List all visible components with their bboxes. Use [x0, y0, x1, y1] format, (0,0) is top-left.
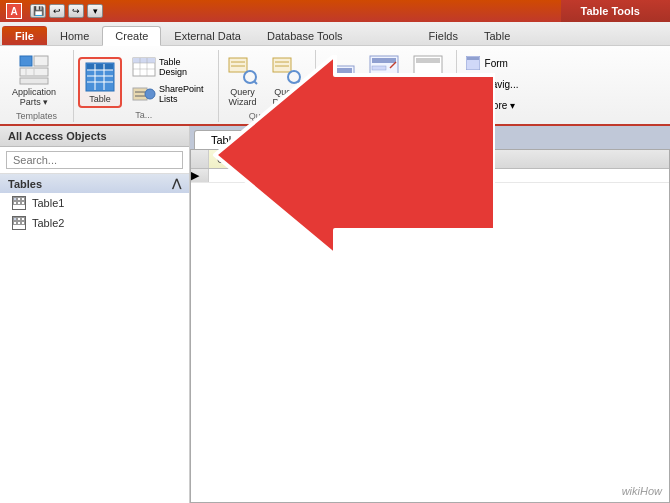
wikihow-watermark: wikiHow: [622, 485, 662, 497]
tab-fields[interactable]: Fields: [416, 26, 471, 45]
navigation-icon: [465, 76, 481, 92]
svg-rect-40: [372, 74, 386, 78]
query-wizard-button[interactable]: QueryWizard: [223, 52, 263, 109]
ribbon-group-templates: ApplicationParts ▾ Templates: [4, 50, 74, 122]
ribbon-group-tables: Table: [74, 50, 219, 122]
more-forms-button[interactable]: More ▾: [461, 96, 523, 114]
nav-panel-header: All Access Objects: [0, 126, 189, 147]
more-forms-icon: [465, 97, 481, 113]
nav-search-area: [0, 147, 189, 174]
form-right-button[interactable]: Form: [461, 54, 523, 72]
search-input[interactable]: [6, 151, 183, 169]
table1-icon: [12, 196, 26, 210]
customize-qat-button[interactable]: ▾: [87, 4, 103, 18]
query-wizard-label: QueryWizard: [229, 87, 257, 107]
blank-form-button[interactable]: BlankForm: [408, 52, 448, 109]
tab-create[interactable]: Create: [102, 26, 161, 46]
svg-rect-45: [467, 57, 479, 60]
svg-rect-1: [34, 56, 48, 66]
table-icon: [84, 61, 116, 93]
content-tabs: Table2: [190, 126, 670, 149]
svg-rect-49: [466, 104, 480, 106]
application-parts-button[interactable]: ApplicationParts ▾: [8, 52, 60, 109]
application-parts-icon: [18, 54, 50, 86]
table-design-button[interactable]: TableDesign SharePointLists: [126, 53, 210, 108]
svg-rect-7: [87, 64, 113, 70]
query-design-icon: [271, 54, 303, 86]
table2-icon: [12, 216, 26, 230]
form-button-label: Form: [329, 97, 350, 107]
svg-rect-39: [372, 66, 386, 70]
main-area: All Access Objects Tables ⋀ Table1: [0, 126, 670, 503]
ribbon-group-forms-right: Form Navig...: [457, 50, 531, 122]
svg-rect-43: [416, 58, 440, 63]
svg-rect-38: [372, 58, 396, 63]
nav-item-table1[interactable]: Table1: [0, 193, 189, 213]
ribbon-tabs-bar: File Home Create External Data Database …: [0, 22, 670, 46]
templates-group-label: Templates: [8, 111, 65, 121]
svg-rect-34: [328, 68, 352, 74]
svg-rect-48: [466, 100, 480, 102]
application-parts-label: ApplicationParts ▾: [12, 87, 56, 107]
row-selector-header: [191, 150, 209, 168]
query-design-label: QueryDesign: [273, 87, 301, 107]
query-design-button[interactable]: QueryDesign: [267, 52, 307, 109]
ribbon-content: ApplicationParts ▾ Templates: [0, 46, 670, 126]
svg-point-20: [145, 89, 155, 99]
blank-form-label: BlankForm: [416, 87, 439, 107]
nav-panel: All Access Objects Tables ⋀ Table1: [0, 126, 190, 503]
form-design-icon: [368, 54, 400, 86]
nav-section-tables[interactable]: Tables ⋀: [0, 174, 189, 193]
form-design-label: FormDesign: [370, 87, 398, 107]
table-row-empty: ▶: [191, 169, 669, 183]
tab-table[interactable]: Table: [471, 26, 523, 45]
tab-external-data[interactable]: External Data: [161, 26, 254, 45]
svg-rect-3: [20, 78, 48, 84]
form-icon: [324, 64, 356, 96]
nav-item-table2[interactable]: Table2: [0, 213, 189, 233]
svg-line-32: [298, 81, 301, 84]
content-tab-table2[interactable]: Table2: [194, 130, 260, 149]
tab-home[interactable]: Home: [47, 26, 102, 45]
tables-group-label: Ta...: [78, 110, 210, 120]
title-bar: A 💾 ↩ ↪ ▾ Table Tools: [0, 0, 670, 22]
content-area: Table2 Click to Add ▾ ▶: [190, 126, 670, 503]
navigation-button[interactable]: Navig...: [461, 75, 523, 93]
svg-rect-28: [273, 58, 291, 72]
row-selector[interactable]: ▶: [191, 169, 209, 182]
tab-file[interactable]: File: [2, 26, 47, 45]
table-header-row: Click to Add ▾: [191, 150, 669, 169]
table-button[interactable]: Table: [78, 57, 122, 108]
query-wizard-icon: [227, 54, 259, 86]
svg-rect-23: [229, 58, 247, 72]
svg-rect-47: [472, 77, 480, 91]
svg-rect-36: [328, 84, 352, 88]
svg-line-27: [254, 81, 257, 84]
svg-rect-35: [328, 77, 352, 81]
click-to-add-header[interactable]: Click to Add ▾: [209, 150, 293, 168]
blank-form-icon: [412, 54, 444, 86]
form-design-button[interactable]: FormDesign: [364, 52, 404, 109]
ribbon-group-forms: Form FormDesign: [316, 50, 457, 122]
form-button[interactable]: Form: [320, 62, 360, 109]
svg-rect-0: [20, 56, 32, 66]
content-body: Click to Add ▾ ▶: [190, 149, 670, 503]
table-tools-header: Table Tools: [561, 0, 671, 22]
svg-rect-50: [466, 108, 480, 110]
svg-rect-46: [466, 77, 471, 91]
svg-rect-14: [133, 58, 155, 63]
quick-access-toolbar: 💾 ↩ ↪ ▾: [30, 4, 103, 18]
queries-group-label: Queries: [223, 111, 307, 121]
app-icon: A: [6, 3, 22, 19]
collapse-icon: ⋀: [172, 177, 181, 190]
redo-button[interactable]: ↪: [68, 4, 84, 18]
form-right-icon: [465, 55, 481, 71]
tab-database-tools[interactable]: Database Tools: [254, 26, 356, 45]
undo-button[interactable]: ↩: [49, 4, 65, 18]
empty-cell[interactable]: [209, 169, 259, 182]
ribbon-group-queries: QueryWizard QueryDesign Que: [219, 50, 316, 122]
click-to-add-dropdown[interactable]: ▾: [279, 154, 284, 164]
save-button[interactable]: 💾: [30, 4, 46, 18]
table-button-label: Table: [89, 94, 111, 104]
forms-group-label: Forms: [320, 111, 448, 121]
